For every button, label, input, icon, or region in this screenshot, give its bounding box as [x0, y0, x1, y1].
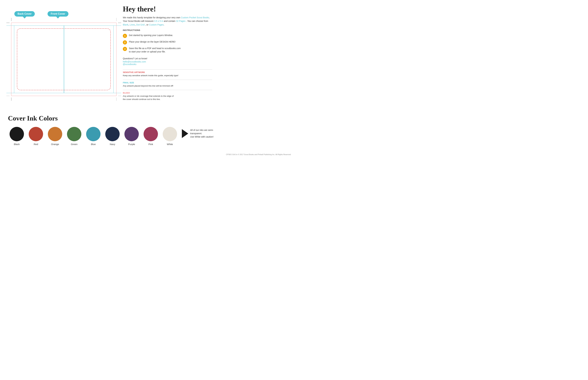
color-name-green: Green	[71, 143, 78, 146]
back-cover-label: Back Cover	[18, 12, 32, 15]
crop-tick	[116, 97, 117, 101]
color-swatch-red	[29, 127, 43, 141]
color-item-black: Black	[8, 127, 25, 146]
top-section: Back Cover Front Cover	[0, 0, 294, 108]
colors-row: BlackRedOrangeGreenBlueNavyPurplePinkWhi…	[8, 127, 286, 146]
crop-container	[6, 18, 121, 101]
intro-text: We made this handy template for designin…	[123, 16, 212, 26]
step-3-text: Save this file as a PDF and head to scou…	[129, 47, 181, 53]
color-items: BlackRedOrangeGreenBlueNavyPurplePinkWhi…	[8, 127, 179, 146]
sensitive-artwork-guide: SENSITIVE ARTWORK Keep any sensitive art…	[123, 71, 212, 77]
colors-section-title: Cover Ink Colors	[8, 114, 286, 122]
color-name-orange: Orange	[51, 143, 59, 146]
info-panel: Hey there! We made this handy template f…	[123, 3, 212, 103]
divider-1	[123, 69, 212, 70]
step-2: 2 Place your design on the layer DESIGN …	[123, 40, 212, 44]
sensitive-title: SENSITIVE ARTWORK	[123, 71, 212, 74]
front-cover-label: Front Cover	[51, 12, 65, 15]
instructions-label: INSTRUCTIONS	[123, 29, 212, 31]
color-item-blue: Blue	[84, 127, 102, 146]
main-title: Hey there!	[123, 5, 212, 13]
color-item-white: White	[161, 127, 179, 146]
color-name-white: White	[167, 143, 173, 146]
crop-tick	[118, 96, 121, 96]
color-item-navy: Navy	[104, 127, 121, 146]
bleed-desc: Any artwork or ink coverage that extends…	[123, 95, 212, 101]
blank-link[interactable]: Blank	[123, 23, 128, 26]
color-name-purple: Purple	[128, 143, 135, 146]
bleed-guide: BLEED Any artwork or ink coverage that e…	[123, 92, 212, 101]
contact-email[interactable]: hello@scoutbooks.com	[123, 60, 212, 63]
color-item-purple: Purple	[123, 127, 140, 146]
color-item-pink: Pink	[142, 127, 160, 146]
color-name-pink: Pink	[148, 143, 153, 146]
step-list: 1 Get started by opening your Layers Win…	[123, 34, 212, 53]
custom-pages-link[interactable]: Custom Pages	[149, 23, 164, 26]
contact-question: Questions? Let us know!	[123, 57, 212, 60]
footer-text: CPSB 3.5x5 in © 2017 Scout Books and Pin…	[0, 153, 294, 155]
divider-2	[123, 80, 212, 80]
cover-template: Back Cover Front Cover	[5, 11, 117, 101]
color-swatch-black	[10, 127, 24, 141]
custom-books-link[interactable]: Custom Pocket Scout Books	[181, 16, 209, 19]
contact-block: Questions? Let us know! hello@scoutbooks…	[123, 57, 212, 65]
divider-3	[123, 90, 212, 90]
final-title: FINAL SIZE	[123, 81, 212, 84]
color-name-black: Black	[14, 143, 20, 146]
color-swatch-purple	[124, 127, 139, 141]
color-swatch-navy	[105, 127, 120, 141]
step-1-number: 1	[123, 34, 127, 38]
final-desc: Any artwork placed beyond this line will…	[123, 84, 212, 88]
color-swatch-orange	[48, 127, 62, 141]
crop-tick	[11, 18, 12, 21]
sensitive-desc: Keep any sensitive artwork inside this g…	[123, 74, 212, 77]
crop-tick	[118, 23, 121, 23]
crop-tick	[6, 23, 10, 23]
color-item-green: Green	[65, 127, 83, 146]
color-item-orange: Orange	[46, 127, 64, 146]
crop-tick	[6, 96, 10, 96]
color-name-navy: Navy	[110, 143, 115, 146]
color-name-blue: Blue	[91, 143, 96, 146]
crop-tick	[116, 18, 117, 21]
crop-tick	[11, 97, 12, 101]
step-3-number: 3	[123, 47, 127, 51]
color-swatch-blue	[86, 127, 101, 141]
color-note-text: All of our inks are semi-transparent.Use…	[190, 129, 217, 138]
step-2-text: Place your design on the layer DESIGN HE…	[129, 40, 176, 43]
color-name-red: Red	[34, 143, 38, 146]
page: Back Cover Front Cover	[0, 0, 294, 155]
step-2-number: 2	[123, 40, 127, 44]
color-swatch-white	[163, 127, 177, 141]
cover-labels: Back Cover Front Cover	[14, 11, 117, 17]
spine-divider	[64, 25, 64, 93]
arrow-icon	[182, 129, 188, 138]
color-swatch-pink	[143, 127, 158, 141]
step-1-text: Get started by opening your Layers Windo…	[129, 34, 173, 37]
bleed-title: BLEED	[123, 92, 212, 94]
step-3: 3 Save this file as a PDF and head to sc…	[123, 47, 212, 53]
color-swatch-green	[67, 127, 81, 141]
contact-social[interactable]: @scoutbooks	[123, 63, 212, 65]
bottom-section: Cover Ink Colors BlackRedOrangeGreenBlue…	[0, 108, 294, 150]
lines-link[interactable]: Lines	[130, 23, 135, 26]
color-note: All of our inks are semi-transparent.Use…	[182, 127, 217, 138]
color-item-red: Red	[27, 127, 45, 146]
final-size-guide: FINAL SIZE Any artwork placed beyond thi…	[123, 81, 212, 88]
step-1: 1 Get started by opening your Layers Win…	[123, 34, 212, 38]
dot-grid-link[interactable]: Dot Grid	[136, 23, 144, 26]
